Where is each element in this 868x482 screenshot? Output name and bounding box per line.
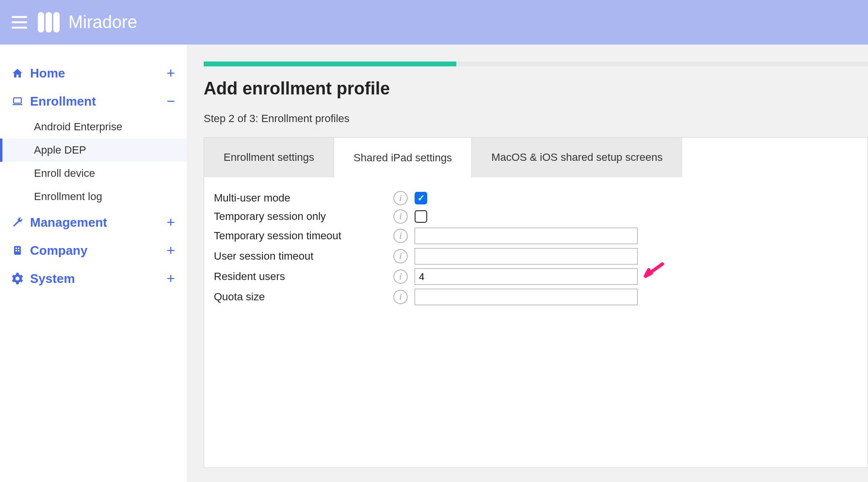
user-session-timeout-label: User session timeout (214, 250, 393, 263)
user-session-timeout-input[interactable] (415, 248, 638, 264)
temporary-session-only-checkbox[interactable] (415, 210, 427, 223)
sidebar-item-label: System (30, 271, 75, 286)
sidebar-item-enrollment[interactable]: Enrollment − (0, 87, 187, 115)
info-icon[interactable]: i (393, 191, 408, 205)
resident-users-input[interactable] (415, 268, 638, 285)
sidebar-item-label: Company (30, 243, 87, 258)
expand-icon[interactable]: + (166, 242, 175, 259)
sidebar: Home + Enrollment − Android Enterprise A… (0, 45, 187, 482)
wrench-icon (12, 217, 23, 228)
annotation-arrow-icon (641, 262, 665, 281)
sidebar-item-company[interactable]: Company + (0, 236, 187, 264)
progress-fill (204, 62, 456, 66)
tab-enrollment-settings[interactable]: Enrollment settings (204, 138, 334, 177)
multi-user-mode-label: Multi-user mode (214, 192, 393, 204)
expand-icon[interactable]: + (166, 65, 175, 81)
quota-size-input[interactable] (415, 289, 638, 305)
header: Miradore (0, 0, 868, 45)
tab-macos-ios-shared-setup[interactable]: MacOS & iOS shared setup screens (472, 138, 682, 177)
progress-bar (204, 62, 868, 66)
home-icon (12, 67, 23, 79)
info-icon[interactable]: i (393, 269, 408, 284)
building-icon (12, 245, 23, 256)
collapse-icon[interactable]: − (166, 93, 175, 109)
expand-icon[interactable]: + (166, 214, 175, 231)
svg-rect-3 (18, 248, 19, 249)
resident-users-label: Resident users (214, 270, 393, 283)
menu-icon[interactable] (12, 16, 27, 29)
sidebar-subitem-apple-dep[interactable]: Apple DEP (0, 139, 187, 162)
logo-icon (38, 12, 60, 32)
gear-icon (12, 273, 23, 284)
tab-shared-ipad-settings[interactable]: Shared iPad settings (334, 138, 472, 178)
svg-rect-4 (16, 250, 17, 251)
info-icon[interactable]: i (393, 290, 408, 304)
tabs: Enrollment settings Shared iPad settings… (204, 137, 868, 177)
sidebar-item-home[interactable]: Home + (0, 59, 187, 87)
svg-rect-5 (18, 250, 19, 251)
info-icon[interactable]: i (393, 209, 408, 224)
tab-panel: Multi-user mode i Temporary session only… (204, 177, 868, 468)
temporary-session-timeout-label: Temporary session timeout (214, 230, 393, 242)
sidebar-subitem-android-enterprise[interactable]: Android Enterprise (0, 115, 187, 139)
sidebar-item-label: Enrollment (30, 94, 96, 109)
multi-user-mode-checkbox[interactable] (415, 192, 427, 204)
temporary-session-timeout-input[interactable] (415, 228, 638, 244)
sidebar-item-management[interactable]: Management + (0, 208, 187, 236)
sidebar-subitem-enroll-device[interactable]: Enroll device (0, 162, 187, 185)
sidebar-item-label: Home (30, 66, 65, 81)
quota-size-label: Quota size (214, 291, 393, 303)
sidebar-item-label: Management (30, 215, 107, 230)
sidebar-subitem-enrollment-log[interactable]: Enrollment log (0, 185, 187, 208)
page-title: Add enrollment profile (204, 78, 868, 99)
step-indicator: Step 2 of 3: Enrollment profiles (204, 112, 868, 125)
laptop-icon (12, 95, 23, 107)
expand-icon[interactable]: + (166, 270, 175, 287)
logo[interactable]: Miradore (38, 12, 137, 32)
info-icon[interactable]: i (393, 229, 408, 243)
svg-rect-0 (14, 98, 21, 103)
sidebar-item-system[interactable]: System + (0, 264, 187, 293)
svg-rect-2 (16, 248, 17, 249)
svg-rect-1 (14, 246, 21, 255)
info-icon[interactable]: i (393, 249, 408, 264)
temporary-session-only-label: Temporary session only (214, 210, 393, 223)
brand-name: Miradore (68, 12, 137, 32)
main-content: Add enrollment profile Step 2 of 3: Enro… (187, 45, 868, 482)
